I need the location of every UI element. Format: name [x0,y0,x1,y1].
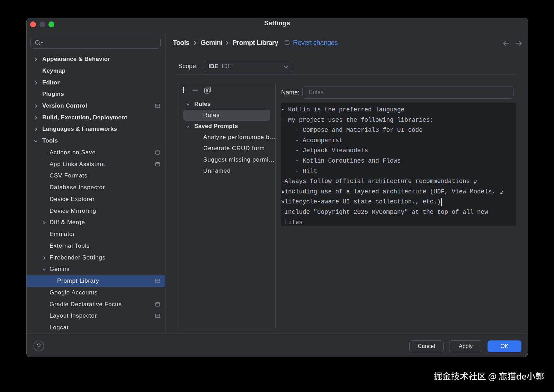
svg-text:?: ? [37,342,41,350]
